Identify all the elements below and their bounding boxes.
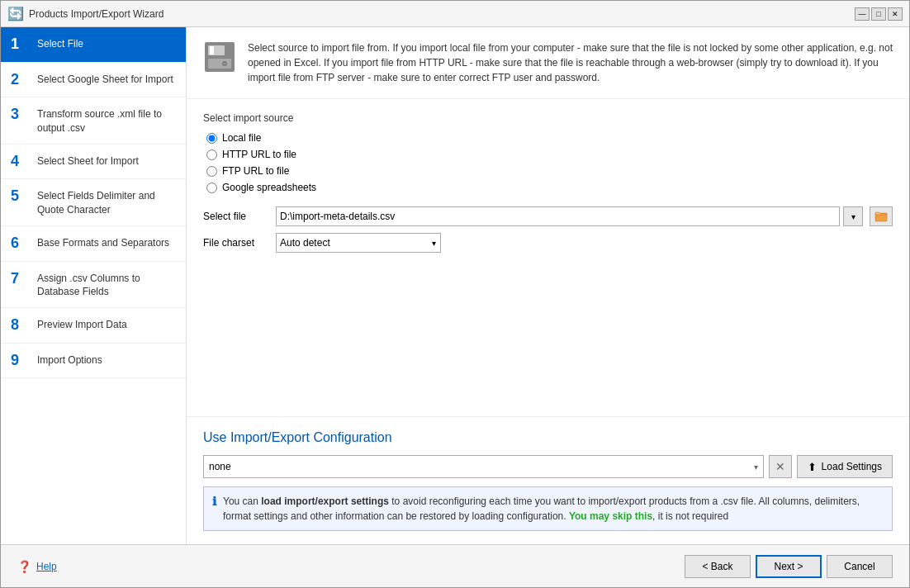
load-settings-label: Load Settings [822, 461, 882, 472]
sidebar-item-8[interactable]: 8 Preview Import Data [1, 308, 186, 344]
title-bar-left: 🔄 Products Import/Export Wizard [7, 6, 164, 21]
next-button[interactable]: Next > [756, 555, 822, 578]
sidebar-item-label-2: Select Google Sheet for Import [37, 71, 173, 87]
radio-google[interactable]: Google spreadsheets [206, 182, 893, 193]
radio-google-label: Google spreadsheets [222, 182, 316, 193]
step-num-3: 3 [11, 106, 31, 124]
footer-left: ❓ Help [17, 560, 57, 573]
window-title: Products Import/Export Wizard [29, 8, 164, 20]
top-info: Select source to import file from. If yo… [187, 27, 909, 99]
sidebar-item-label-8: Preview Import Data [37, 316, 127, 332]
close-button[interactable]: ✕ [888, 7, 903, 21]
title-bar: 🔄 Products Import/Export Wizard — □ ✕ [1, 1, 909, 27]
file-path-input[interactable] [276, 206, 840, 226]
charset-select[interactable]: Auto detect UTF-8 ISO-8859-1 Windows-125… [276, 233, 441, 253]
folder-icon [874, 210, 888, 223]
app-icon: 🔄 [7, 6, 24, 21]
config-clear-button[interactable]: ✕ [769, 455, 792, 478]
file-dropdown-button[interactable]: ▾ [843, 206, 863, 226]
cancel-button[interactable]: Cancel [827, 555, 893, 578]
info-text-suffix: , it is not required [652, 510, 728, 522]
radio-http-label: HTTP URL to file [222, 149, 296, 160]
sidebar-item-label-6: Base Formats and Separators [37, 235, 169, 250]
step-num-8: 8 [11, 316, 31, 334]
form-section: Select import source Local file HTTP URL… [187, 99, 909, 266]
sidebar-item-4[interactable]: 4 Select Sheet for Import [1, 145, 186, 180]
config-row: none ▾ ✕ ⬆ Load Settings [203, 455, 893, 478]
radio-http[interactable]: HTTP URL to file [206, 149, 893, 160]
sidebar: 1 Select File 2 Select Google Sheet for … [1, 27, 187, 544]
step-num-1: 1 [11, 36, 31, 54]
sidebar-item-label-7: Assign .csv Columns to Database Fields [37, 270, 176, 300]
minimize-button[interactable]: — [855, 7, 870, 21]
sidebar-item-6[interactable]: 6 Base Formats and Separators [1, 226, 186, 262]
file-select-row: Select file ▾ [203, 206, 893, 226]
sidebar-item-label-4: Select Sheet for Import [37, 153, 139, 168]
charset-select-wrapper: Auto detect UTF-8 ISO-8859-1 Windows-125… [276, 233, 441, 253]
radio-local-file[interactable]: Local file [206, 132, 893, 144]
info-bold-text: load import/export settings [261, 496, 389, 507]
config-section: Use Import/Export Configuration none ▾ ✕… [187, 416, 909, 544]
config-select[interactable]: none [209, 461, 743, 472]
radio-ftp[interactable]: FTP URL to file [206, 165, 893, 177]
help-icon: ❓ [17, 560, 31, 573]
sidebar-item-1[interactable]: 1 Select File [1, 27, 186, 63]
radio-local-input[interactable] [206, 133, 217, 144]
config-select-container: none ▾ [203, 455, 764, 478]
browse-button[interactable] [870, 206, 893, 226]
sidebar-item-2[interactable]: 2 Select Google Sheet for Import [1, 63, 186, 98]
import-source-label: Select import source [203, 112, 893, 124]
sidebar-item-label-1: Select File [37, 36, 83, 51]
sidebar-item-7[interactable]: 7 Assign .csv Columns to Database Fields [1, 262, 186, 309]
radio-http-input[interactable] [206, 149, 217, 160]
info-box: ℹ You can load import/export settings to… [203, 486, 893, 531]
disk-icon [203, 40, 236, 76]
load-settings-button[interactable]: ⬆ Load Settings [797, 455, 893, 478]
charset-row: File charset Auto detect UTF-8 ISO-8859-… [203, 233, 893, 253]
file-select-label: Select file [203, 211, 269, 222]
sidebar-item-5[interactable]: 5 Select Fields Delimiter and Quote Char… [1, 179, 186, 226]
header-info-text: Select source to import file from. If yo… [248, 40, 893, 85]
sidebar-item-3[interactable]: 3 Transform source .xml file to output .… [1, 97, 186, 145]
info-text-prefix: You can [223, 496, 261, 507]
radio-google-input[interactable] [206, 183, 217, 193]
sidebar-item-label-5: Select Fields Delimiter and Quote Charac… [37, 187, 176, 217]
sidebar-item-label-9: Import Options [37, 352, 102, 368]
back-button[interactable]: < Back [685, 555, 751, 578]
main-content: 1 Select File 2 Select Google Sheet for … [1, 27, 909, 544]
footer: ❓ Help < Back Next > Cancel [1, 544, 909, 587]
config-dropdown-arrow: ▾ [754, 462, 758, 472]
config-title: Use Import/Export Configuration [203, 430, 893, 445]
info-icon: ℹ [212, 495, 216, 508]
step-num-9: 9 [11, 352, 31, 370]
info-box-text: You can load import/export settings to a… [223, 494, 884, 524]
help-link[interactable]: Help [36, 561, 57, 572]
sidebar-item-9[interactable]: 9 Import Options [1, 344, 186, 379]
main-window: 🔄 Products Import/Export Wizard — □ ✕ 1 … [0, 0, 910, 588]
step-num-2: 2 [11, 71, 31, 89]
restore-button[interactable]: □ [871, 7, 886, 21]
info-skip-text: You may skip this [569, 510, 652, 522]
svg-rect-2 [210, 46, 214, 55]
title-bar-controls: — □ ✕ [855, 7, 903, 21]
import-source-radio-group: Local file HTTP URL to file FTP URL to f… [206, 132, 893, 193]
svg-rect-3 [208, 59, 231, 69]
charset-label: File charset [203, 237, 269, 249]
step-num-7: 7 [11, 270, 31, 288]
radio-local-label: Local file [222, 132, 261, 144]
upload-icon: ⬆ [808, 461, 817, 473]
step-num-5: 5 [11, 187, 31, 206]
step-num-6: 6 [11, 235, 31, 253]
radio-ftp-label: FTP URL to file [222, 165, 289, 177]
footer-buttons: < Back Next > Cancel [685, 555, 893, 578]
radio-ftp-input[interactable] [206, 166, 217, 177]
content-area: Select source to import file from. If yo… [187, 27, 909, 544]
file-input-wrapper: ▾ [276, 206, 863, 226]
step-num-4: 4 [11, 153, 31, 171]
sidebar-item-label-3: Transform source .xml file to output .cs… [37, 106, 176, 135]
svg-point-5 [224, 63, 226, 65]
